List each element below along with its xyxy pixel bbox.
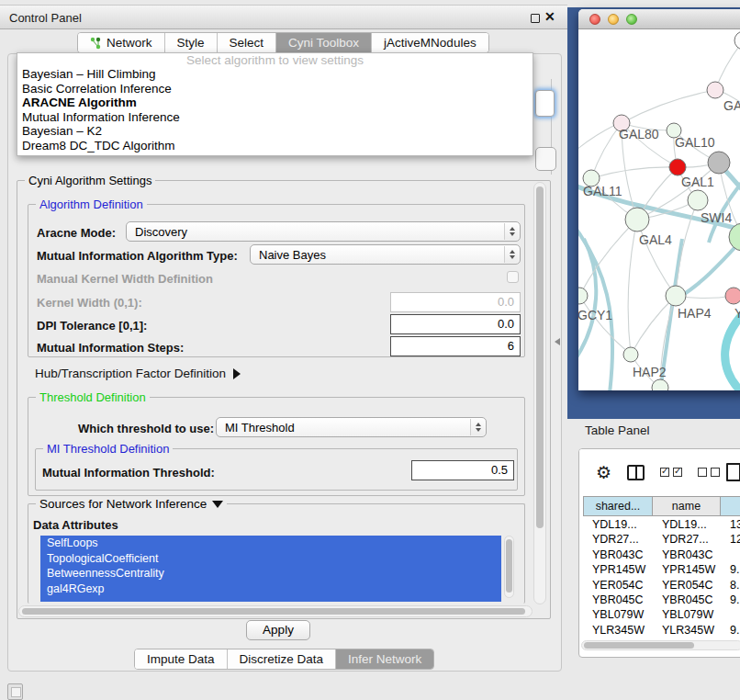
node-label: GAL11 (583, 184, 622, 198)
table-row[interactable]: YER054CYER054C8. (583, 578, 740, 593)
zoom-traffic-light-icon[interactable] (626, 14, 637, 25)
network-node[interactable] (708, 152, 730, 174)
column-header[interactable]: shared... (583, 496, 653, 516)
deselect-all-checkboxes-icon[interactable] (698, 468, 720, 477)
attribute-item[interactable]: TopologicalCoefficient (40, 551, 501, 567)
network-node-hap4[interactable] (666, 286, 686, 306)
dpi-tolerance-input[interactable]: 0.0 (390, 314, 521, 334)
table-horizontal-scrollbar[interactable] (581, 640, 740, 650)
algorithm-option[interactable]: ARACNE Algorithm (17, 96, 533, 110)
table-cell: 12 (721, 532, 740, 547)
node-label: Y (734, 306, 740, 321)
table-row[interactable]: YBR045CYBR045C9. (583, 593, 740, 607)
table-cell: YDL19... (653, 517, 721, 532)
table-cell: YBR043C (653, 548, 721, 562)
mi-type-combo[interactable]: Naive Bayes (250, 244, 521, 265)
data-attributes-label: Data Attributes (33, 518, 118, 532)
gear-icon[interactable]: ⚙ (596, 464, 611, 481)
apply-button[interactable]: Apply (246, 620, 310, 640)
algorithm-option[interactable]: Bayesian – Hill Climbing (17, 67, 533, 82)
table-cell: YBL079W (583, 607, 653, 622)
attributes-scrollbar[interactable] (504, 536, 514, 598)
mi-type-label: Mutual Information Algorithm Type: (37, 249, 238, 263)
table-cell: YBR043C (583, 548, 653, 562)
data-attributes-list[interactable]: SelfLoopsTopologicalCoefficientBetweenne… (40, 536, 501, 602)
network-node-gcy1[interactable] (578, 288, 588, 304)
cyni-settings-legend: Cyni Algorithm Settings (25, 174, 155, 187)
network-node-hap2[interactable] (623, 347, 638, 362)
tab-style[interactable]: Style (165, 33, 218, 52)
attribute-item[interactable]: BetweennessCentrality (40, 566, 501, 581)
mi-threshold-input[interactable]: 0.5 (411, 460, 514, 480)
combo-stepper-icon (504, 223, 519, 240)
sources-legend[interactable]: Sources for Network Inference (36, 497, 227, 511)
tab-jactivemnodules[interactable]: jActiveMNodules (372, 33, 488, 52)
network-node[interactable] (669, 159, 686, 175)
network-view-window[interactable]: GALGAL80GAL10GAL1GAL11GAL4SWI4GCY1HAP4YH… (578, 9, 740, 390)
network-node[interactable] (734, 31, 740, 50)
network-edge (591, 167, 678, 178)
network-node-gal1[interactable] (688, 190, 708, 210)
settings-vertical-scrollbar[interactable] (533, 182, 546, 604)
column-header[interactable]: name (653, 496, 721, 516)
tab-discretize-data[interactable]: Discretize Data (228, 649, 337, 669)
focused-combo-fragment[interactable] (535, 90, 555, 117)
export-table-icon[interactable] (726, 463, 740, 481)
hub-definition-toggle[interactable]: Hub/Transcription Factor Definition (35, 367, 241, 380)
tab-cyni-toolbox[interactable]: Cyni Toolbox (276, 33, 372, 52)
attribute-item[interactable]: gal4RGexp (40, 581, 501, 597)
combo-stepper-icon (504, 246, 519, 263)
select-all-checkboxes-icon[interactable] (660, 468, 682, 477)
network-node-gal4[interactable] (625, 208, 649, 231)
table-cell: 8. (721, 578, 740, 593)
control-panel-title: Control Panel (9, 11, 82, 25)
table-row[interactable]: YDR27...YDR27...12 (583, 532, 740, 547)
table-cell: YBL079W (653, 607, 721, 622)
float-icon[interactable] (531, 14, 540, 23)
table-cell: YBR045C (653, 593, 721, 607)
algorithm-option[interactable]: Bayesian – K2 (17, 124, 533, 139)
table-cell: YER054C (653, 578, 721, 593)
network-node-gal[interactable] (707, 82, 723, 98)
mi-steps-input[interactable]: 6 (390, 336, 521, 356)
algorithm-option[interactable]: Mutual Information Inference (17, 110, 533, 125)
node-label: GAL10 (675, 135, 715, 150)
table-cell: 9 (721, 638, 740, 639)
network-window-titlebar[interactable] (578, 9, 740, 29)
table-panel-title: Table Panel (585, 423, 650, 437)
network-node-y[interactable] (725, 288, 740, 304)
which-threshold-combo[interactable]: MI Threshold (216, 417, 487, 437)
table-cell: YPR145W (653, 562, 721, 577)
minimized-panel-icon[interactable] (7, 683, 23, 700)
tab-infer-network[interactable]: Infer Network (336, 649, 433, 669)
algorithm-definition-legend: Algorithm Definition (36, 198, 147, 211)
combo-fragment[interactable] (535, 147, 556, 171)
network-node[interactable] (652, 379, 668, 390)
tab-impute-data[interactable]: Impute Data (135, 649, 228, 669)
minimize-traffic-light-icon[interactable] (608, 14, 619, 25)
table-row[interactable]: YPR145WYPR145W9. (583, 562, 740, 577)
table-row[interactable]: YBL079WYBL079W (583, 607, 740, 622)
tab-network[interactable]: Network (78, 33, 165, 52)
tab-select[interactable]: Select (218, 33, 277, 52)
settings-horizontal-scrollbar[interactable] (18, 605, 533, 617)
column-visibility-icon[interactable] (627, 465, 645, 480)
algorithm-option[interactable]: Dream8 DC_TDC Algorithm (17, 139, 533, 153)
algorithm-option[interactable]: Basic Correlation Inference (17, 82, 533, 96)
attribute-item[interactable]: SelfLoops (40, 536, 501, 551)
network-canvas[interactable]: GALGAL80GAL10GAL1GAL11GAL4SWI4GCY1HAP4YH… (578, 29, 740, 390)
splitter-collapse-icon[interactable] (555, 338, 560, 345)
close-icon[interactable]: ✕ (544, 9, 555, 24)
table-row[interactable]: YBR043CYBR043C (583, 548, 740, 562)
manual-kernel-checkbox[interactable] (507, 271, 519, 283)
table-row[interactable]: YDL19...YDL19...13 (583, 517, 740, 532)
table-cell: YBR045C (583, 593, 653, 607)
close-traffic-light-icon[interactable] (589, 14, 600, 25)
aracne-mode-combo[interactable]: Discovery (126, 221, 521, 242)
kernel-width-input[interactable]: 0.0 (390, 292, 521, 312)
table-row[interactable]: YLR345WYLR345W9. (583, 623, 740, 638)
network-tab-icon (90, 37, 102, 50)
table-row[interactable]: YIL052CYIL052C9 (583, 638, 740, 639)
table-cell: YLR345W (653, 623, 721, 638)
column-header[interactable]: A (721, 496, 740, 516)
